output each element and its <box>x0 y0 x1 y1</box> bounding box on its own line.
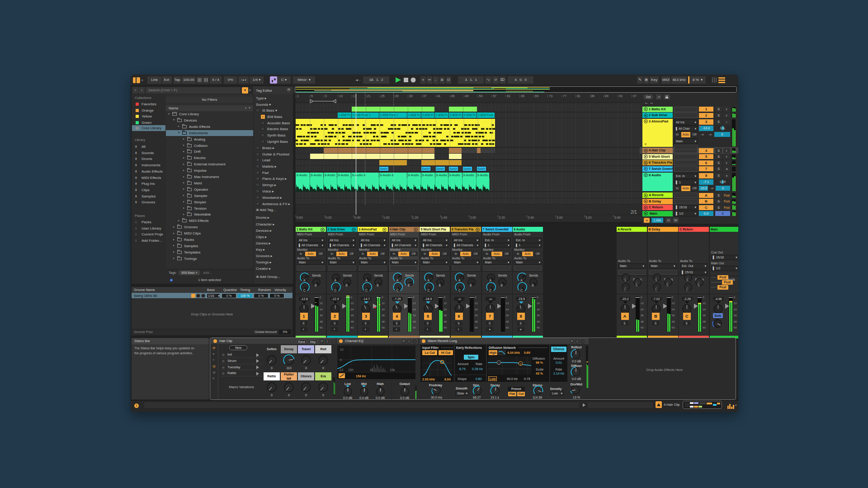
svg-text:-12: -12 <box>339 368 343 371</box>
svg-text:10k: 10k <box>390 368 395 371</box>
svg-text:0: 0 <box>340 358 342 361</box>
svg-text:100: 100 <box>348 368 354 371</box>
svg-text:12: 12 <box>340 348 344 351</box>
